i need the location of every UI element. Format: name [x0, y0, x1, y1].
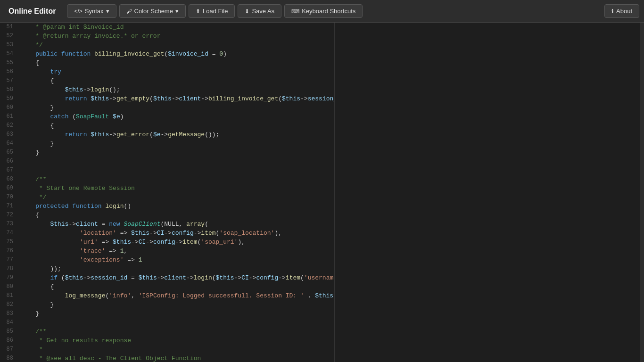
table-row: 64 } [0, 139, 335, 148]
table-row: 60 } [0, 103, 335, 112]
syntax-button[interactable]: </> Syntax ▾ [67, 4, 116, 18]
table-row: 53 */ [0, 41, 335, 49]
save-as-label: Save As [252, 8, 274, 15]
load-file-label: Load File [203, 8, 228, 15]
table-row: 65 } [0, 148, 335, 157]
table-row: 81 log_message('info', 'ISPConfig: Logge… [0, 291, 335, 300]
table-row: ▾80 { [0, 282, 335, 291]
table-row: ▾72 { [0, 211, 335, 220]
syntax-dropdown-icon: ▾ [106, 8, 109, 15]
table-row: 71 protected function login() [0, 202, 335, 211]
table-row: 69 * Start one Remote Session [0, 184, 335, 193]
navbar: Online Editor </> Syntax ▾ 🖌 Color Schem… [0, 0, 644, 23]
syntax-icon: </> [74, 8, 82, 15]
table-row: 52 * @return array invoice.* or error [0, 32, 335, 41]
about-label: About [616, 8, 632, 15]
editor-pane[interactable]: 51 * @param int $invoice_id 52 * @return… [0, 23, 335, 362]
table-row: ▾85 /** [0, 327, 335, 336]
table-row: 84 [0, 318, 335, 327]
keyboard-shortcuts-label: Keyboard Shortcuts [302, 8, 355, 15]
table-row: 73 $this->client = new SoapClient(NULL, … [0, 220, 335, 229]
table-row: 77 'exceptions' => 1 [0, 255, 335, 264]
syntax-label: Syntax [85, 8, 104, 15]
table-row: 58 $this->login(); [0, 85, 335, 94]
load-file-icon: ⬆ [196, 8, 200, 15]
table-row: 78 )); [0, 264, 335, 273]
right-pane [335, 23, 644, 362]
color-scheme-label: Color Scheme [134, 8, 173, 15]
table-row: 61 catch (SoapFault $e) [0, 112, 335, 121]
code-table: 51 * @param int $invoice_id 52 * @return… [0, 23, 335, 362]
color-scheme-button[interactable]: 🖌 Color Scheme ▾ [119, 4, 186, 18]
table-row: 76 'trace' => 1, [0, 247, 335, 255]
table-row: 66 [0, 157, 335, 166]
table-row: 86 * Get no results response [0, 336, 335, 345]
table-row: 51 * @param int $invoice_id [0, 23, 335, 32]
table-row: ▾55 { [0, 58, 335, 67]
table-row: 82 } [0, 300, 335, 309]
table-row: ▾68 /** [0, 175, 335, 184]
table-row: 54 public function billing_invoice_get($… [0, 49, 335, 58]
table-row: 74 'location' => $this->CI->config->item… [0, 229, 335, 238]
about-button[interactable]: ℹ About [604, 4, 639, 18]
table-row: ▾57 { [0, 76, 335, 85]
table-row: 56 try [0, 67, 335, 76]
color-scheme-dropdown-icon: ▾ [175, 8, 179, 15]
table-row: 70 */ [0, 193, 335, 202]
table-row: 59 return $this->get_empty($this->client… [0, 94, 335, 103]
table-row: 88 * @see all desc - The Client Object F… [0, 354, 335, 362]
table-row: 83 } [0, 309, 335, 318]
table-row: ▾62 { [0, 121, 335, 130]
color-scheme-icon: 🖌 [126, 8, 132, 15]
brand-title: Online Editor [5, 5, 59, 17]
table-row: 75 'uri' => $this->CI->config->item('soa… [0, 238, 335, 247]
save-as-button[interactable]: ⬇ Save As [238, 4, 281, 18]
keyboard-shortcuts-button[interactable]: ⌨ Keyboard Shortcuts [284, 4, 363, 18]
table-row: 63 return $this->get_error($e->getMessag… [0, 130, 335, 139]
table-row: 87 * [0, 345, 335, 354]
save-as-icon: ⬇ [245, 8, 249, 15]
about-icon: ℹ [611, 8, 614, 15]
table-row: 67 [0, 166, 335, 175]
table-row: 79 if ($this->session_id = $this->client… [0, 273, 335, 282]
load-file-button[interactable]: ⬆ Load File [189, 4, 235, 18]
code-container: 51 * @param int $invoice_id 52 * @return… [0, 23, 644, 362]
keyboard-shortcuts-icon: ⌨ [291, 8, 299, 15]
